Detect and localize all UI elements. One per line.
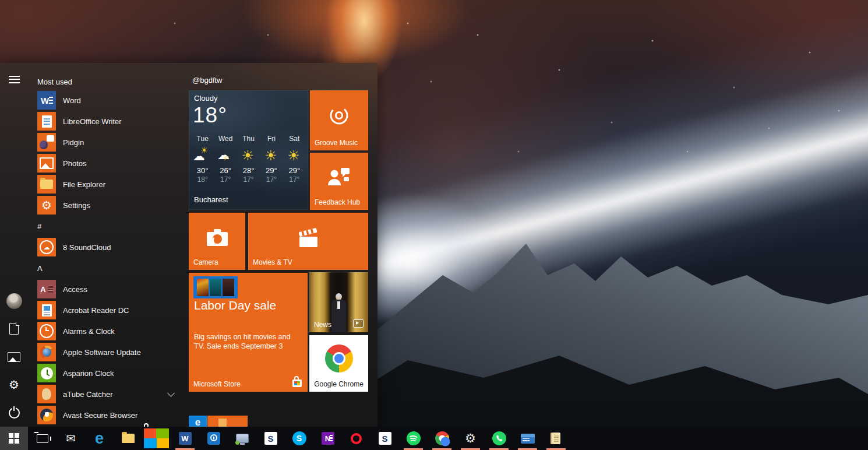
desktop: ⚙ Most used W Word LibreOffice Writer Pi… [0,0,868,450]
chrome-icon [435,431,449,445]
app-item-settings[interactable]: ⚙ Settings [37,195,189,216]
taskbar-password-lock-app[interactable] [199,427,228,450]
pictures-icon [8,352,20,362]
storm-icon: ☁☀⚡ [215,146,236,165]
chrome-icon [325,344,353,372]
documents-button[interactable] [0,315,28,343]
forecast-day: Fri ☁☀⚡ 29° 17° [260,135,283,184]
taskbar-edge[interactable]: e [85,427,114,450]
taskbar-onenote[interactable]: N [313,427,342,450]
document-icon [9,323,19,335]
app-item-file-explorer[interactable]: File Explorer [37,174,189,195]
taskbar-skype[interactable]: S [285,427,313,450]
taskbar-whatsapp[interactable] [485,427,513,450]
app-item-acrobat-reader[interactable]: Acrobat Reader DC [37,300,189,321]
start-button[interactable] [0,427,28,450]
power-icon [9,407,20,419]
task-view-button[interactable] [28,427,57,450]
forecast-day: Wed ☁☀⚡ 26° 17° [214,135,237,184]
skype-icon: S [292,431,306,445]
pidgin-icon [37,133,56,152]
tile-grid: Cloudy 18° Tue ☁☀⚡ 30° 18° Wed [189,90,377,427]
app-item-pidgin[interactable]: Pidgin [37,132,189,153]
forecast-day: Sat ☁☀⚡ 29° 17° [283,135,306,184]
gear-icon: ⚙ [465,433,476,445]
app-item-alarms-clock[interactable]: Alarms & Clock [37,321,189,342]
file-explorer-icon [37,175,56,194]
start-menu: ⚙ Most used W Word LibreOffice Writer Pi… [0,63,377,427]
tile-movies-tv[interactable]: Movies & TV [248,213,368,270]
taskbar-computer-app[interactable] [228,427,256,450]
start-menu-rail: ⚙ [0,63,28,427]
acrobat-reader-icon [37,301,56,319]
hamburger-icon [9,76,20,83]
tile-partial[interactable] [207,416,248,427]
settings-button[interactable]: ⚙ [0,371,28,399]
app-list: Most used W Word LibreOffice Writer Pidg… [28,63,189,427]
taskbar-spotify[interactable] [399,427,428,450]
tile-google-chrome[interactable]: Google Chrome [309,335,368,392]
expand-menu-button[interactable] [0,65,28,93]
file-explorer-icon [122,434,135,443]
app-item-avast-secure-browser[interactable]: Avast Secure Browser [37,405,189,426]
contacts-card-icon [521,434,535,444]
taskbar-mail[interactable]: ✉ [57,427,85,450]
app-item-asparion-clock[interactable]: Asparion Clock [37,363,189,384]
tile-feedback-hub[interactable]: Feedback Hub [310,153,368,210]
store-promo-headline: Labor Day sale [194,298,276,312]
spotify-icon [407,431,421,445]
power-button[interactable] [0,399,28,427]
section-a-header[interactable]: A [37,258,189,279]
partly-cloudy-icon: ☁☀⚡ [192,146,213,165]
task-view-icon [37,434,48,443]
tile-groove-music[interactable]: Groove Music [310,90,368,150]
tile-weather[interactable]: Cloudy 18° Tue ☁☀⚡ 30° 18° Wed [189,90,308,210]
taskbar-chrome[interactable] [428,427,456,450]
tile-edge-partial[interactable]: e [189,416,207,427]
s-app-icon: S [264,432,277,445]
tile-camera[interactable]: Camera [189,213,245,270]
app-item-8-soundcloud[interactable]: ☁ 8 SoundCloud [37,237,189,258]
asparion-clock-icon [37,364,56,382]
libreoffice-writer-icon [37,112,56,131]
tile-group-title[interactable]: @bgdftw [192,76,223,85]
avast-secure-browser-icon [37,406,56,424]
lock-icon [207,432,220,445]
taskbar-s-app[interactable]: S [256,427,285,450]
taskbar-file-explorer[interactable] [114,427,142,450]
taskbar-contacts-card-app[interactable] [513,427,542,450]
app-item-apple-software-update[interactable]: Apple Software Update [37,342,189,363]
tile-news[interactable]: News [309,272,368,332]
section-hash-header[interactable]: # [37,216,189,237]
alarms-clock-icon [37,322,56,340]
app-item-photos[interactable]: Photos [37,153,189,174]
atube-catcher-icon [37,385,56,403]
taskbar-opera[interactable] [342,427,371,450]
camera-icon [203,227,231,249]
user-account-button[interactable] [0,287,28,315]
sunny-icon: ☁☀⚡ [261,146,282,165]
taskbar-microsoft-store[interactable] [142,427,171,450]
movies-tv-icon [292,225,324,251]
pictures-button[interactable] [0,343,28,371]
app-item-access[interactable]: A Access [37,279,189,300]
app-item-libreoffice-writer[interactable]: LibreOffice Writer [37,111,189,132]
chevron-down-icon[interactable] [167,389,175,397]
gear-icon: ⚙ [9,379,19,391]
taskbar-word[interactable]: W [171,427,199,450]
taskbar-s-app-2[interactable]: S [371,427,399,450]
app-item-word[interactable]: W Word [37,90,189,111]
app-item-atube-catcher[interactable]: aTube Catcher [37,384,189,405]
onenote-icon: N [322,432,334,445]
taskbar-scroll-app[interactable] [542,427,570,450]
news-video-icon [353,319,364,328]
tile-area: @bgdftw Cloudy 18° Tue ☁☀⚡ 30° 18° [189,63,377,427]
store-promo-thumbnail [193,276,238,298]
store-promo-body: Big savings on hit movies and TV. Sale e… [194,332,302,351]
scroll-icon [552,433,560,444]
forecast-day: Thu ☁☀⚡ 28° 17° [237,135,260,184]
taskbar-settings[interactable]: ⚙ [456,427,485,450]
avatar [6,293,22,309]
word-icon: W [179,432,192,445]
tile-microsoft-store[interactable]: Labor Day sale Big savings on hit movies… [189,273,308,392]
